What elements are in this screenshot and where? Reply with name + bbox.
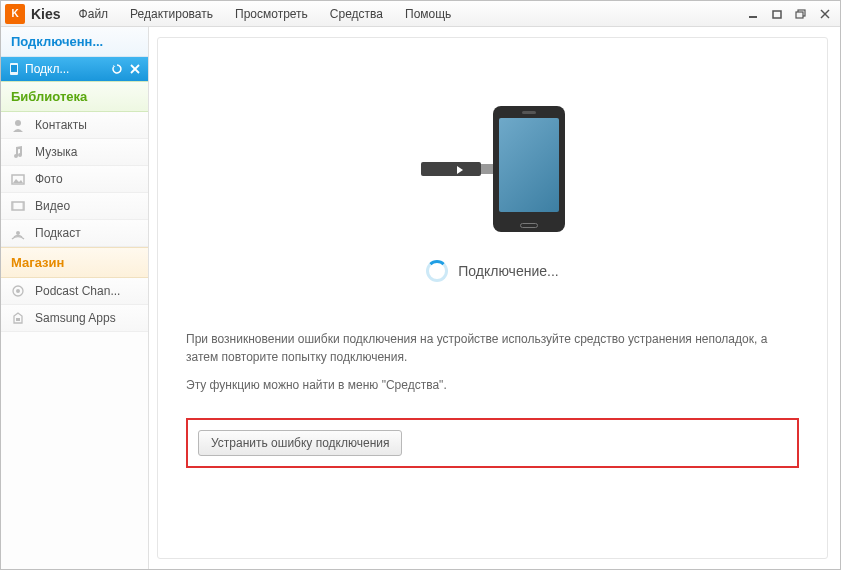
- music-icon: [9, 143, 27, 161]
- svg-point-16: [16, 289, 20, 293]
- svg-rect-13: [12, 202, 14, 210]
- sidebar-item-podcast-channel[interactable]: Podcast Chan...: [1, 278, 148, 305]
- sidebar-item-label: Видео: [35, 199, 70, 213]
- sidebar-item-label: Podcast Chan...: [35, 284, 120, 298]
- menu-edit[interactable]: Редактировать: [130, 7, 213, 21]
- phone-icon: [493, 106, 565, 232]
- titlebar: K Kies Файл Редактировать Просмотреть Ср…: [1, 1, 840, 27]
- usb-plug-icon: [421, 162, 481, 176]
- device-label: Подкл...: [25, 62, 106, 76]
- sidebar-item-contacts[interactable]: Контакты: [1, 112, 148, 139]
- sidebar: Подключенн... Подкл... Библиотека Контак…: [1, 27, 149, 569]
- svg-rect-1: [773, 11, 781, 18]
- restore-button[interactable]: [794, 7, 808, 21]
- photo-icon: [9, 170, 27, 188]
- maximize-button[interactable]: [770, 7, 784, 21]
- menu-file[interactable]: Файл: [79, 7, 109, 21]
- sidebar-item-samsung-apps[interactable]: Samsung Apps: [1, 305, 148, 332]
- menu-tools[interactable]: Средства: [330, 7, 383, 21]
- menu-view[interactable]: Просмотреть: [235, 7, 308, 21]
- svg-point-15: [16, 231, 20, 235]
- svg-rect-18: [16, 318, 20, 321]
- refresh-icon[interactable]: [110, 62, 124, 76]
- help-line-1: При возникновении ошибки подключения на …: [186, 330, 799, 366]
- main-area: Подключение... При возникновении ошибки …: [149, 27, 840, 569]
- svg-point-10: [15, 120, 21, 126]
- app-icon: K: [5, 4, 25, 24]
- podcast-channel-icon: [9, 282, 27, 300]
- sidebar-item-label: Samsung Apps: [35, 311, 116, 325]
- samsung-apps-icon: [9, 309, 27, 327]
- menubar: Файл Редактировать Просмотреть Средства …: [79, 7, 746, 21]
- menu-help[interactable]: Помощь: [405, 7, 451, 21]
- minimize-button[interactable]: [746, 7, 760, 21]
- content-panel: Подключение... При возникновении ошибки …: [157, 37, 828, 559]
- sidebar-item-podcast[interactable]: Подкаст: [1, 220, 148, 247]
- svg-rect-7: [11, 65, 17, 72]
- sidebar-item-music[interactable]: Музыка: [1, 139, 148, 166]
- contacts-icon: [9, 116, 27, 134]
- sidebar-item-label: Музыка: [35, 145, 77, 159]
- help-text-block: При возникновении ошибки подключения на …: [186, 330, 799, 404]
- podcast-icon: [9, 224, 27, 242]
- spinner-icon: [426, 260, 448, 282]
- app-window: K Kies Файл Редактировать Просмотреть Ср…: [0, 0, 841, 570]
- body: Подключенн... Подкл... Библиотека Контак…: [1, 27, 840, 569]
- disconnect-icon[interactable]: [128, 62, 142, 76]
- fix-button-highlight: Устранить ошибку подключения: [186, 418, 799, 468]
- sidebar-header-store: Магазин: [1, 247, 148, 278]
- fix-connection-button[interactable]: Устранить ошибку подключения: [198, 430, 402, 456]
- sidebar-item-label: Подкаст: [35, 226, 81, 240]
- window-controls: [746, 7, 832, 21]
- sidebar-item-label: Фото: [35, 172, 63, 186]
- svg-rect-14: [22, 202, 24, 210]
- sidebar-device-row[interactable]: Подкл...: [1, 57, 148, 81]
- sidebar-item-video[interactable]: Видео: [1, 193, 148, 220]
- connection-graphic: [186, 106, 799, 232]
- help-line-2: Эту функцию можно найти в меню "Средства…: [186, 376, 799, 394]
- sidebar-item-photo[interactable]: Фото: [1, 166, 148, 193]
- status-text: Подключение...: [458, 263, 558, 279]
- sidebar-header-connected: Подключенн...: [1, 27, 148, 57]
- close-button[interactable]: [818, 7, 832, 21]
- svg-rect-3: [796, 12, 803, 18]
- video-icon: [9, 197, 27, 215]
- sidebar-item-label: Контакты: [35, 118, 87, 132]
- sidebar-header-library: Библиотека: [1, 81, 148, 112]
- app-title: Kies: [31, 6, 61, 22]
- device-icon: [7, 62, 21, 76]
- status-row: Подключение...: [186, 260, 799, 282]
